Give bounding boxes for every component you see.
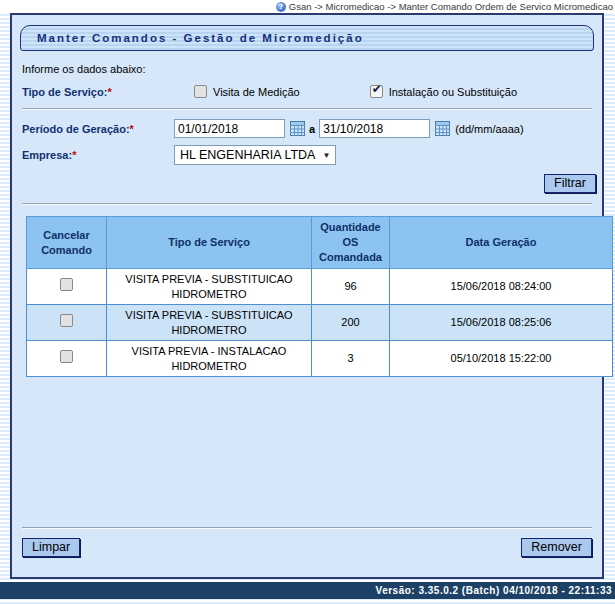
breadcrumb: ? Gsan -> Micromedicao -> Manter Comando… [0,0,615,13]
cancel-checkbox-row-2[interactable] [60,314,73,327]
qty-cell: 3 [312,341,390,377]
separator [22,108,592,110]
separator [22,527,592,529]
page-title-bar: Manter Comandos - Gestão de Micromedição [20,25,594,51]
date-cell: 15/06/2018 08:25:06 [390,305,613,341]
empresa-selected-value: HL ENGENHARIA LTDA [180,148,315,162]
version-footer: Versão: 3.35.0.2 (Batch) 04/10/2018 - 22… [0,582,615,599]
col-tipo-servico: Tipo de Serviço [107,217,312,269]
visita-medicao-checkbox[interactable] [194,85,207,98]
empresa-row: Empresa:* HL ENGENHARIA LTDA ▼ [22,145,596,165]
date-cell: 05/10/2018 15:22:00 [390,341,613,377]
calendar-icon[interactable] [435,121,450,136]
table-row: VISITA PREVIA - INSTALACAO HIDROMETRO 3 … [27,341,613,377]
checkbox-instalacao-substituicao[interactable]: Instalação ou Substituição [370,85,517,98]
table-header-row: Cancelar Comando Tipo de Serviço Quantid… [27,217,613,269]
chevron-down-icon: ▼ [322,151,330,160]
required-mark: * [107,86,111,98]
qty-cell: 96 [312,269,390,305]
checkbox-visita-medicao[interactable]: Visita de Medição [194,85,300,98]
version-text: Versão: 3.35.0.2 (Batch) 04/10/2018 - 22… [376,585,612,596]
service-cell: VISITA PREVIA - SUBSTITUICAO HIDROMETRO [107,305,312,341]
col-data-geracao: Data Geração [390,217,613,269]
periodo-start-input[interactable] [174,119,285,138]
table-row: VISITA PREVIA - SUBSTITUICAO HIDROMETRO … [27,269,613,305]
date-cell: 15/06/2018 08:24:00 [390,269,613,305]
empresa-label: Empresa:* [22,149,174,161]
table-row: VISITA PREVIA - SUBSTITUICAO HIDROMETRO … [27,305,613,341]
instalacao-substituicao-checkbox[interactable] [370,85,383,98]
periodo-separator: a [309,123,315,135]
form-intro: Informe os dados abaixo: [22,63,596,75]
periodo-geracao-row: Período de Geração:* a (dd/mm/aaaa) [22,119,596,138]
cancel-checkbox-row-3[interactable] [60,350,73,363]
cancel-checkbox-row-1[interactable] [60,278,73,291]
breadcrumb-text[interactable]: Gsan -> Micromedicao -> Manter Comando O… [289,1,613,12]
form-content: Informe os dados abaixo: Tipo de Serviço… [12,51,602,577]
main-panel: Manter Comandos - Gestão de Micromedição… [10,13,604,579]
empresa-select[interactable]: HL ENGENHARIA LTDA ▼ [174,145,336,165]
periodo-end-input[interactable] [319,119,430,138]
required-mark: * [72,149,76,161]
separator [22,203,592,205]
col-cancelar-comando: Cancelar Comando [27,217,107,269]
page-title: Manter Comandos - Gestão de Micromedição [37,32,364,44]
col-quantidade-os: Quantidade OS Comandada [312,217,390,269]
qty-cell: 200 [312,305,390,341]
remover-button[interactable]: Remover [521,538,592,557]
instalacao-substituicao-label: Instalação ou Substituição [389,86,517,98]
service-cell: VISITA PREVIA - SUBSTITUICAO HIDROMETRO [107,269,312,305]
service-cell: VISITA PREVIA - INSTALACAO HIDROMETRO [107,341,312,377]
comandos-table: Cancelar Comando Tipo de Serviço Quantid… [26,216,613,377]
required-mark: * [130,123,134,135]
periodo-geracao-label: Período de Geração:* [22,123,174,135]
actions-row: Limpar Remover [22,538,592,577]
calendar-icon[interactable] [290,121,305,136]
filter-button-row: Filtrar [18,174,596,193]
filtrar-button[interactable]: Filtrar [544,174,596,193]
date-format-hint: (dd/mm/aaaa) [455,123,523,135]
tipo-servico-label: Tipo de Serviço:* [22,86,174,98]
tipo-servico-row: Tipo de Serviço:* Visita de Medição Inst… [22,85,596,98]
limpar-button[interactable]: Limpar [22,538,80,557]
help-icon[interactable]: ? [276,2,286,12]
bottom-actions-block: Limpar Remover [18,517,596,577]
visita-medicao-label: Visita de Medição [213,86,300,98]
